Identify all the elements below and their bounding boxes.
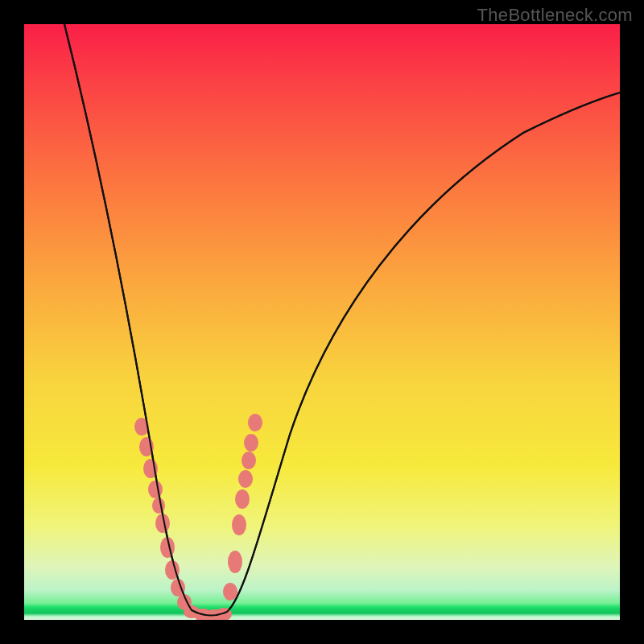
curve-marker <box>223 583 237 601</box>
curve-marker <box>242 452 256 469</box>
marker-cluster-right <box>223 414 262 601</box>
watermark-text: TheBottleneck.com <box>477 5 633 26</box>
curve-marker <box>148 481 163 498</box>
curve-marker <box>244 434 258 452</box>
curve-marker <box>232 514 246 535</box>
bottleneck-curve-overlay <box>64 24 620 616</box>
curve-marker <box>235 489 250 509</box>
chart-frame: TheBottleneck.com <box>0 0 644 644</box>
plot-area <box>24 24 620 620</box>
curve-marker <box>238 470 253 488</box>
curve-marker <box>152 497 165 514</box>
curve-marker <box>228 551 242 573</box>
chart-svg <box>24 24 620 620</box>
curve-marker <box>248 414 262 431</box>
